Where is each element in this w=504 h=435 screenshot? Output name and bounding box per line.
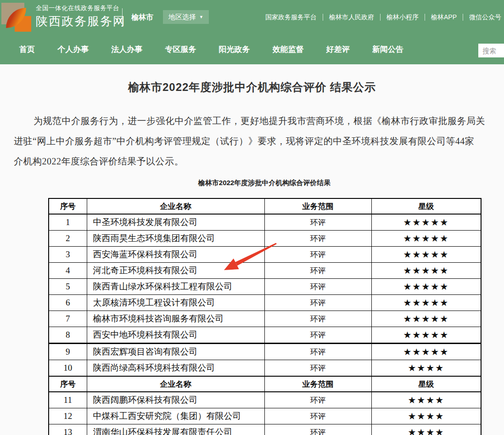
column-header: 星级 (371, 198, 481, 214)
content: 榆林市2022年度涉批中介机构综合评价 结果公示 为规范中介服务行为，进一步强化… (0, 64, 504, 435)
table-row: 5陕西青山绿水环保科技工程有限公司环评★★★★★ (49, 279, 481, 295)
table-row: 6太原核清环境工程设计有限公司环评★★★★★ (49, 295, 481, 311)
column-header: 序号 (49, 198, 87, 214)
cell-index: 8 (49, 327, 87, 344)
table-row: 12中煤科工西安研究院（集团）有限公司环评★★★★ (49, 408, 481, 424)
nav-item[interactable]: 新闻公告 (372, 44, 403, 55)
cell-index: 9 (49, 344, 87, 360)
page-title: 榆林市2022年度涉批中介机构综合评价 结果公示 (0, 80, 504, 95)
header-link[interactable]: 国家政务服务平台 (265, 13, 317, 22)
current-city: 榆林市 (131, 13, 153, 22)
cell-business-scope: 环评 (264, 295, 371, 311)
article-paragraph: 为规范中介服务行为，进一步强化中介监管工作，更好地提升我市营商环境，根据《榆林市… (14, 111, 504, 171)
nav-item[interactable]: 法人办事 (111, 44, 142, 55)
nav-items: 首页个人办事法人办事专区服务阳光政务效能监督好差评新闻公告 (19, 34, 403, 64)
table-caption: 榆林市2022年度涉批中介机构综合评价结果 (48, 179, 481, 187)
cell-index: 4 (49, 263, 87, 279)
paragraph-line: 为规范中介服务行为，进一步强化中介监管工作，更好地提升我市营商环境，根据《榆林市… (14, 111, 504, 131)
header-links-bar: 国家政务服务平台榆林市人民政府榆林小程序榆林APP微信公众号 注册 (265, 0, 504, 34)
cell-star-rating: ★★★★★ (371, 311, 481, 327)
divider (380, 14, 381, 21)
cell-index: 3 (49, 247, 87, 263)
site-name: 陕西政务服务网 (36, 13, 126, 29)
nav-item[interactable]: 好差评 (326, 44, 350, 55)
column-header: 星级 (371, 376, 481, 392)
table-row: 1中圣环境科技发展有限公司环评★★★★★ (49, 214, 481, 231)
cell-index: 6 (49, 295, 87, 311)
results-tbody: 序号企业名称业务范围星级1中圣环境科技发展有限公司环评★★★★★2陕西雨昊生态环… (49, 198, 481, 435)
cell-company-name: 西安中地环境科技有限公司 (87, 327, 264, 344)
cell-company-name: 陕西尚绿高科环境科技有限公司 (87, 360, 264, 377)
cell-star-rating: ★★★★★ (371, 231, 481, 247)
cell-index: 7 (49, 311, 87, 327)
cell-company-name: 太原核清环境工程设计有限公司 (87, 295, 264, 311)
region-select-label: 地区选择 (168, 13, 196, 22)
cell-company-name: 陕西宏辉项目咨询有限公司 (87, 344, 264, 360)
chevron-down-icon: ▼ (199, 15, 203, 19)
results-table: 序号企业名称业务范围星级1中圣环境科技发展有限公司环评★★★★★2陕西雨昊生态环… (48, 198, 482, 435)
nav-item[interactable]: 效能监督 (273, 44, 304, 55)
search-input[interactable] (478, 44, 504, 57)
cell-star-rating: ★★★★ (371, 360, 481, 377)
cell-company-name: 中煤科工西安研究院（集团）有限公司 (87, 408, 264, 424)
divider (122, 8, 123, 27)
cell-business-scope: 环评 (264, 360, 371, 377)
table-row: 7榆林市环境科技咨询服务有限公司环评★★★★★ (49, 311, 481, 327)
table-row: 11陕西阔鹏环保科技有限公司环评★★★★ (49, 392, 481, 408)
site-header: 全国一体化在线政务服务平台 陕西政务服务网 榆林市 地区选择 ▼ 国家政务服务平… (0, 0, 504, 34)
header-link[interactable]: 榆林市人民政府 (329, 13, 374, 22)
cell-index: 1 (49, 214, 87, 231)
table-row: 8西安中地环境科技有限公司环评★★★★★ (49, 327, 481, 344)
header-link[interactable]: 榆林APP (431, 13, 457, 22)
cell-company-name: 陕西青山绿水环保科技工程有限公司 (87, 279, 264, 295)
cell-star-rating: ★★★★★ (371, 344, 481, 360)
main-nav: 首页个人办事法人办事专区服务阳光政务效能监督好差评新闻公告 (0, 34, 504, 64)
column-header: 业务范围 (264, 198, 371, 214)
cell-star-rating: ★★★★ (371, 424, 481, 435)
paragraph-line: 进驻“网上中介服务超市”中介机构考评管理规定（试行）》要求，现将评定的中圣环境科… (14, 131, 504, 151)
cell-company-name: 陕西阔鹏环保科技有限公司 (87, 392, 264, 408)
cell-index: 13 (49, 424, 87, 435)
cell-business-scope: 环评 (264, 392, 371, 408)
cell-star-rating: ★★★★ (371, 408, 481, 424)
column-header: 企业名称 (87, 198, 264, 214)
page: 全国一体化在线政务服务平台 陕西政务服务网 榆林市 地区选择 ▼ 国家政务服务平… (0, 0, 504, 435)
cell-business-scope: 环评 (264, 214, 371, 231)
cell-star-rating: ★★★★★ (371, 279, 481, 295)
cell-index: 12 (49, 408, 87, 424)
header-links: 国家政务服务平台榆林市人民政府榆林小程序榆林APP微信公众号 (265, 13, 501, 22)
region-select-button[interactable]: 地区选择 ▼ (163, 10, 209, 24)
divider (323, 14, 323, 21)
column-header: 序号 (49, 376, 87, 392)
header-link[interactable]: 微信公众号 (469, 13, 501, 22)
divider (425, 14, 425, 21)
paragraph-line: 介机构2022年度综合评价结果予以公示。 (14, 151, 504, 171)
nav-item[interactable]: 个人办事 (57, 44, 89, 55)
cell-business-scope: 环评 (264, 424, 371, 435)
cell-star-rating: ★★★★★ (371, 263, 481, 279)
cell-company-name: 榆林市环境科技咨询服务有限公司 (87, 311, 264, 327)
header-link[interactable]: 榆林小程序 (386, 13, 419, 22)
cell-index: 5 (49, 279, 87, 295)
brand: 全国一体化在线政务服务平台 陕西政务服务网 (36, 4, 126, 29)
cell-business-scope: 环评 (264, 311, 371, 327)
table-row: 10陕西尚绿高科环境科技有限公司环评★★★★ (49, 360, 481, 377)
column-header: 业务范围 (264, 376, 371, 392)
annotation-arrow-icon (216, 237, 285, 278)
divider (463, 14, 463, 21)
cell-star-rating: ★★★★★ (371, 295, 481, 311)
cell-star-rating: ★★★★★ (371, 247, 481, 263)
platform-label: 全国一体化在线政务服务平台 (36, 4, 126, 12)
cell-company-name: 渭南华山环保科技发展有限责任公司 (87, 424, 264, 435)
cell-star-rating: ★★★★★ (371, 214, 481, 231)
nav-item[interactable]: 专区服务 (165, 44, 196, 55)
cell-index: 11 (49, 392, 87, 408)
cell-business-scope: 环评 (264, 344, 371, 360)
cell-index: 2 (49, 231, 87, 247)
cell-business-scope: 环评 (264, 327, 371, 344)
cell-star-rating: ★★★★★ (371, 327, 481, 344)
nav-item[interactable]: 首页 (19, 44, 35, 55)
cell-star-rating: ★★★★ (371, 392, 481, 408)
nav-item[interactable]: 阳光政务 (219, 44, 250, 55)
cell-business-scope: 环评 (264, 408, 371, 424)
